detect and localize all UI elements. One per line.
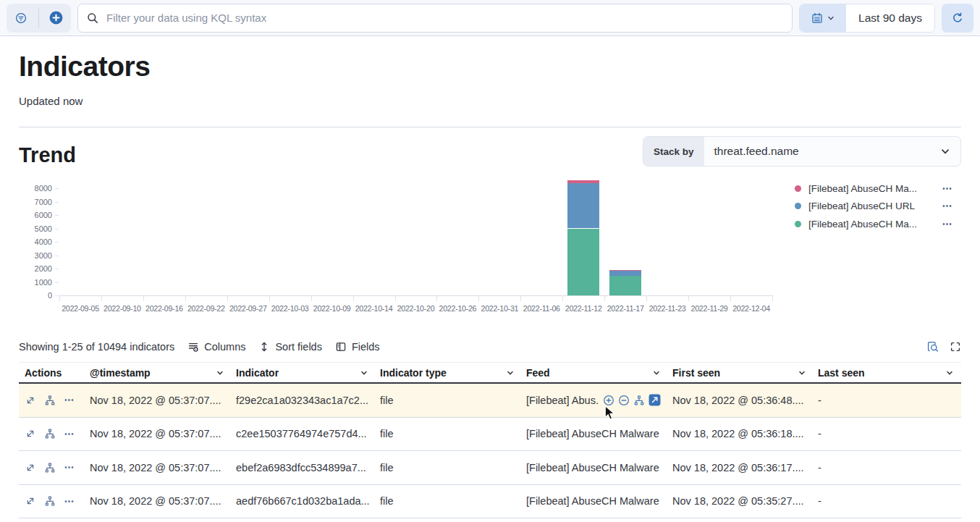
x-axis-tick-label: 2022-11-29	[688, 304, 730, 313]
last-seen-cell: -	[812, 428, 960, 439]
columns-button-label: Columns	[204, 341, 245, 353]
x-axis-tick-label: 2022-10-26	[436, 304, 478, 313]
table-row: Nov 18, 2022 @ 05:37:07.... c2ee15037764…	[19, 418, 961, 452]
bar-segment[interactable]	[567, 229, 599, 296]
chevron-down-icon[interactable]	[798, 369, 806, 377]
column-header--timestamp[interactable]: @timestamp	[84, 363, 230, 382]
feed-cell: [Filebeat] AbuseCH Malware	[520, 428, 667, 439]
kql-search-box	[77, 4, 793, 33]
open-details-icon[interactable]	[25, 428, 36, 439]
add-filter-button[interactable]	[44, 4, 69, 33]
indicator-cell: c2ee15037764974e757d4...	[230, 428, 374, 439]
legend-label[interactable]: [Filebeat] AbuseCH URL	[808, 201, 915, 211]
boxes-horizontal-icon[interactable]	[942, 219, 952, 230]
x-axis-tick-label: 2022-10-09	[311, 304, 353, 313]
more-actions-icon[interactable]	[64, 429, 75, 439]
date-range-picker: Last 90 days	[799, 4, 935, 33]
chevron-down-icon	[827, 14, 835, 22]
refresh-icon	[952, 12, 963, 24]
more-actions-icon[interactable]	[64, 395, 75, 405]
bar-segment[interactable]	[567, 180, 599, 183]
sort-icon	[258, 341, 270, 353]
x-axis-tick-label: 2022-10-31	[478, 304, 520, 313]
column-header-first-seen[interactable]: First seen	[667, 363, 812, 382]
boxes-horizontal-icon[interactable]	[942, 201, 952, 211]
date-quick-select-button[interactable]	[800, 4, 846, 32]
open-details-icon[interactable]	[25, 495, 36, 507]
y-axis-tick-label: 5000	[19, 224, 52, 233]
calendar-icon	[811, 12, 823, 24]
more-actions-icon[interactable]	[64, 496, 75, 507]
column-header-indicator-type[interactable]: Indicator type	[374, 363, 520, 382]
indicators-table: Actions @timestamp Indicator Indicator t…	[19, 362, 961, 518]
indicator-type-cell: file	[374, 428, 520, 439]
timestamp-cell: Nov 18, 2022 @ 05:37:07....	[84, 428, 230, 439]
page-title: Indicators	[19, 51, 961, 83]
feed-cell: [Filebeat] Abus...	[520, 394, 667, 406]
fields-button[interactable]: Fields	[335, 341, 380, 353]
column-header-label: Indicator type	[380, 367, 447, 379]
expand-cell-icon[interactable]	[649, 394, 661, 406]
y-axis-tick-label: 6000	[19, 211, 52, 219]
chevron-down-icon[interactable]	[360, 369, 368, 377]
column-header-indicator[interactable]: Indicator	[230, 363, 374, 382]
trend-title: Trend	[19, 143, 76, 167]
more-actions-icon[interactable]	[64, 462, 75, 473]
first-seen-cell: Nov 18, 2022 @ 05:36:18....	[667, 428, 812, 439]
bar-segment[interactable]	[609, 276, 641, 295]
investigate-in-timeline-icon[interactable]	[44, 495, 56, 507]
x-axis-tick-label: 2022-09-10	[101, 304, 143, 313]
bar-segment[interactable]	[609, 270, 641, 271]
investigate-in-timeline-icon[interactable]	[44, 462, 56, 473]
saved-query-menu-button[interactable]	[9, 4, 33, 33]
feed-cell: [Filebeat] AbuseCH Malware	[520, 495, 667, 507]
actions-cell	[19, 462, 84, 473]
column-header-feed[interactable]: Feed	[520, 363, 667, 382]
legend-label[interactable]: [Filebeat] AbuseCH Ma...	[808, 219, 917, 230]
x-axis-tick-label: 2022-09-05	[59, 304, 101, 313]
open-details-icon[interactable]	[25, 395, 36, 406]
refresh-button[interactable]	[942, 4, 973, 33]
y-axis-tick-label: 3000	[19, 251, 52, 260]
column-header-last-seen[interactable]: Last seen	[812, 363, 960, 382]
investigate-in-timeline-icon[interactable]	[44, 428, 56, 439]
chevron-down-icon[interactable]	[506, 369, 515, 377]
filter-for-icon[interactable]	[603, 395, 614, 406]
inspect-icon[interactable]	[927, 341, 939, 353]
x-axis-tick-label: 2022-11-23	[646, 304, 688, 313]
chevron-down-icon[interactable]	[652, 369, 661, 377]
y-axis-tick-label: 0	[19, 291, 52, 300]
bar-segment[interactable]	[567, 183, 599, 229]
bar-segment[interactable]	[609, 271, 641, 276]
column-header-actions[interactable]: Actions	[19, 363, 84, 382]
fullscreen-icon[interactable]	[950, 341, 961, 353]
stack-by-value: threat.feed.name	[704, 137, 939, 166]
stack-by-select[interactable]: Stack by threat.feed.name	[643, 136, 961, 167]
kql-filter-input[interactable]	[105, 11, 783, 25]
investigate-in-timeline-icon[interactable]	[44, 395, 56, 406]
filter-out-icon[interactable]	[618, 395, 630, 406]
table-row: Nov 18, 2022 @ 05:37:07.... f29e2ca1a032…	[19, 384, 961, 418]
open-details-icon[interactable]	[25, 462, 36, 473]
feed-cell: [Filebeat] AbuseCH Malware	[520, 462, 667, 473]
chevron-down-icon[interactable]	[216, 369, 224, 377]
add-to-timeline-icon[interactable]	[633, 395, 645, 406]
columns-button[interactable]: Columns	[187, 341, 245, 353]
date-range-button[interactable]: Last 90 days	[846, 4, 934, 32]
section-divider	[19, 127, 961, 127]
chevron-down-icon[interactable]	[945, 369, 954, 377]
actions-cell	[19, 428, 84, 439]
filter-button-group	[7, 4, 71, 33]
legend-color-dot	[795, 221, 801, 227]
sort-fields-button[interactable]: Sort fields	[258, 341, 321, 353]
boxes-horizontal-icon[interactable]	[942, 183, 952, 194]
updated-status-text: Updated now	[19, 95, 961, 107]
indicator-type-cell: file	[374, 395, 520, 406]
x-axis-tick-label: 2022-09-16	[143, 304, 185, 313]
sort-fields-button-label: Sort fields	[275, 341, 321, 353]
legend-label[interactable]: [Filebeat] AbuseCH Ma...	[808, 183, 917, 194]
fields-button-label: Fields	[352, 341, 380, 353]
chevron-down-icon	[939, 137, 960, 166]
last-seen-cell: -	[812, 395, 960, 406]
timestamp-cell: Nov 18, 2022 @ 05:37:07....	[84, 395, 230, 406]
